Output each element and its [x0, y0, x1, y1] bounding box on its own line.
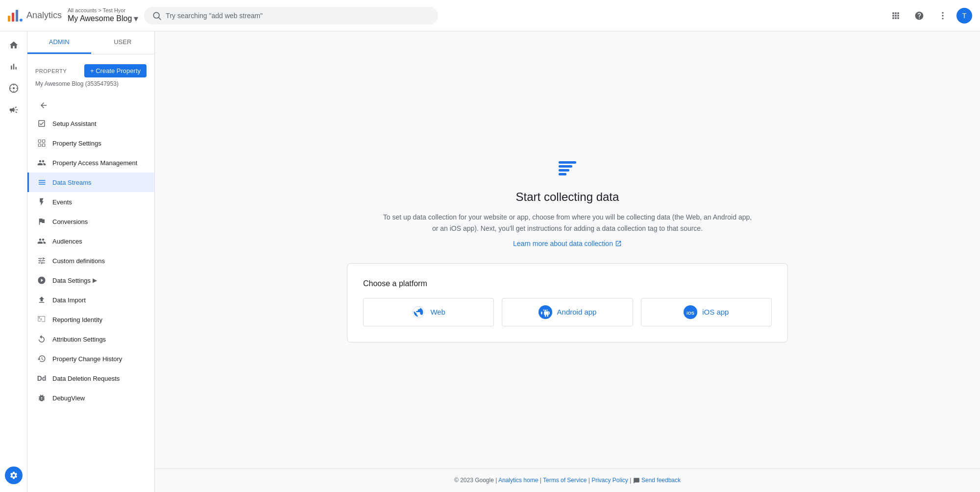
expand-icon: ▶ — [93, 277, 97, 284]
apps-icon-button[interactable] — [886, 6, 906, 25]
data-settings-icon — [37, 275, 47, 285]
platform-card: Choose a platform Web — [347, 263, 788, 343]
settings-icon — [9, 471, 18, 480]
events-icon — [37, 197, 47, 207]
breadcrumb-account: Test Hyor — [103, 7, 125, 13]
avatar[interactable]: T — [956, 8, 972, 24]
sidebar-navigation: Setup Assistant Property Settings — [27, 114, 154, 408]
nav-home[interactable] — [4, 35, 24, 55]
svg-point-2 — [942, 12, 943, 13]
sidebar-item-property-access[interactable]: Property Access Management — [27, 153, 154, 172]
sidebar-item-setup-assistant[interactable]: Setup Assistant — [27, 114, 154, 133]
svg-rect-13 — [559, 173, 566, 175]
sidebar-item-data-deletion[interactable]: Dd Data Deletion Requests — [27, 369, 154, 388]
android-icon — [539, 305, 552, 319]
svg-rect-10 — [559, 161, 576, 164]
more-options-button[interactable] — [933, 6, 953, 25]
start-collecting-section: Start collecting data To set up data col… — [155, 31, 980, 468]
bar-chart-icon — [9, 62, 19, 72]
custom-definitions-label: Custom definitions — [52, 257, 105, 265]
breadcrumb: All accounts > Test Hyor My Awesome Blog… — [68, 7, 138, 24]
admin-tabs: ADMIN USER — [27, 31, 154, 54]
nav-advertising[interactable] — [4, 100, 24, 120]
learn-more-link[interactable]: Learn more about data collection — [513, 240, 622, 247]
svg-point-4 — [942, 18, 943, 19]
sidebar-item-events[interactable]: Events — [27, 192, 154, 212]
create-property-button[interactable]: + Create Property — [84, 64, 147, 77]
analytics-home-link[interactable]: Analytics home — [498, 477, 540, 484]
logo-bars — [8, 10, 23, 22]
terms-of-service-link[interactable]: Terms of Service — [543, 477, 588, 484]
sidebar-item-data-import[interactable]: Data Import — [27, 290, 154, 310]
sidebar-item-custom-definitions[interactable]: Custom definitions — [27, 251, 154, 271]
svg-rect-9 — [43, 140, 45, 142]
logo-dot — [20, 19, 23, 22]
data-deletion-icon: Dd — [37, 373, 47, 383]
help-icon-button[interactable] — [909, 6, 929, 25]
back-arrow[interactable] — [33, 97, 154, 114]
copyright: © 2023 Google — [454, 477, 494, 484]
collect-icon-area — [556, 157, 579, 182]
property-name: My Awesome Blog — [68, 14, 132, 23]
search-bar[interactable]: Try searching "add web stream" — [144, 7, 438, 25]
left-nav-bottom — [5, 467, 23, 488]
sidebar-item-property-settings[interactable]: Property Settings — [27, 133, 154, 153]
content-area: ADMIN USER Property + Create Property My… — [27, 31, 980, 492]
conversions-icon — [37, 217, 47, 226]
tab-user[interactable]: USER — [91, 31, 155, 54]
sidebar-item-data-streams[interactable]: Data Streams — [27, 172, 154, 192]
sidebar-item-debugview[interactable]: DebugView — [27, 388, 154, 408]
property-change-history-icon — [37, 354, 47, 364]
sidebar-item-reporting-identity[interactable]: Reporting Identity — [27, 310, 154, 329]
property-access-label: Property Access Management — [52, 159, 137, 167]
help-icon — [914, 11, 924, 21]
setup-assistant-label: Setup Assistant — [52, 120, 97, 127]
attribution-settings-icon — [37, 334, 47, 344]
apps-icon — [891, 11, 901, 21]
attribution-settings-label: Attribution Settings — [52, 336, 106, 343]
property-access-icon — [37, 158, 47, 168]
sidebar-item-attribution-settings[interactable]: Attribution Settings — [27, 329, 154, 349]
property-settings-label: Property Settings — [52, 140, 101, 147]
breadcrumb-path: All accounts > Test Hyor — [68, 7, 138, 13]
web-globe-icon — [412, 305, 425, 319]
search-placeholder: Try searching "add web stream" — [166, 12, 430, 20]
sidebar-item-property-change-history[interactable]: Property Change History — [27, 349, 154, 369]
svg-rect-8 — [38, 144, 41, 147]
settings-fab[interactable] — [5, 467, 23, 484]
nav-right: T — [886, 6, 972, 25]
left-sidebar — [0, 31, 27, 492]
campaign-icon — [9, 105, 19, 115]
privacy-policy-link[interactable]: Privacy Policy — [591, 477, 630, 484]
data-import-label: Data Import — [52, 296, 86, 304]
explore-icon — [9, 83, 19, 93]
ios-platform-button[interactable]: iOS iOS app — [641, 298, 772, 326]
audiences-icon — [37, 236, 47, 246]
external-link-icon — [615, 240, 622, 247]
breadcrumb-separator: > — [98, 7, 102, 13]
send-feedback-link[interactable]: Send feedback — [641, 477, 681, 484]
property-selector[interactable]: My Awesome Blog ▾ — [68, 13, 138, 24]
debugview-icon — [37, 393, 47, 403]
web-platform-button[interactable]: Web — [363, 298, 494, 326]
page-title: Start collecting data — [516, 190, 619, 204]
sidebar-item-data-settings[interactable]: Data Settings ▶ — [27, 271, 154, 290]
sidebar-item-audiences[interactable]: Audiences — [27, 231, 154, 251]
main-layout: ADMIN USER Property + Create Property My… — [0, 31, 980, 492]
logo[interactable]: Analytics — [8, 10, 62, 22]
logo-bar-red — [12, 13, 14, 22]
data-settings-label: Data Settings — [52, 277, 91, 284]
nav-explore[interactable] — [4, 78, 24, 98]
data-import-icon — [37, 295, 47, 305]
conversions-label: Conversions — [52, 218, 88, 225]
platform-section-title: Choose a platform — [363, 279, 772, 288]
logo-text: Analytics — [26, 10, 62, 21]
tab-admin[interactable]: ADMIN — [27, 31, 91, 54]
sidebar-item-conversions[interactable]: Conversions — [27, 212, 154, 231]
android-platform-button[interactable]: Android app — [502, 298, 633, 326]
top-nav: Analytics All accounts > Test Hyor My Aw… — [0, 0, 980, 31]
setup-assistant-icon — [37, 119, 47, 128]
search-icon — [152, 11, 162, 21]
nav-reports[interactable] — [4, 57, 24, 76]
platform-buttons: Web Android app iOS — [363, 298, 772, 326]
